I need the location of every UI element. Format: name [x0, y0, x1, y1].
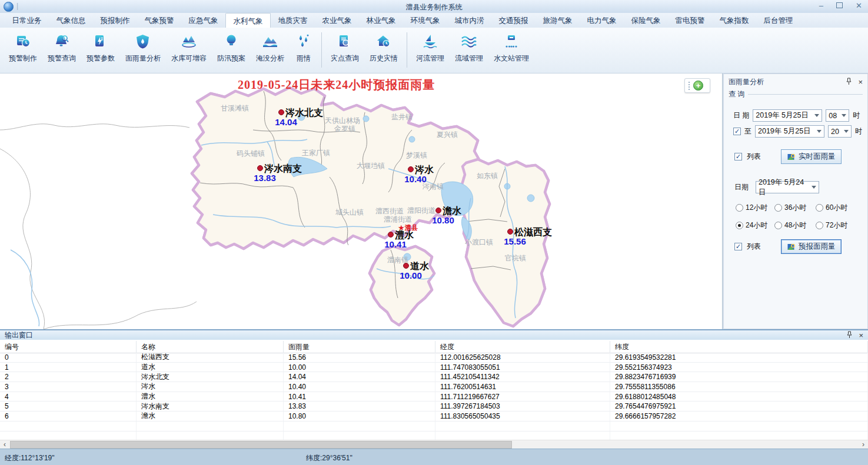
menu-tab-11[interactable]: 城市内涝 — [447, 13, 491, 28]
toolbar-button-history[interactable]: 历史灾情 — [364, 32, 403, 65]
table-row[interactable]: 4澧水10.41111.71121966762729.6188012485048 — [0, 392, 868, 402]
panel-title: 面雨量分析 — [729, 77, 764, 87]
toolbar-button-bell-search[interactable]: 预警查询 — [42, 32, 81, 65]
menu-tab-5[interactable]: 应急气象 — [181, 13, 225, 28]
table-row[interactable]: 1道水10.00111.74708305505129.552156374923 — [0, 363, 868, 373]
horizontal-scrollbar[interactable]: ‹ › — [0, 440, 868, 449]
column-header[interactable]: 名称 — [137, 341, 284, 353]
scroll-right-icon[interactable]: › — [859, 440, 868, 449]
toolbar-grip-icon[interactable] — [688, 81, 690, 90]
menu-tab-3[interactable]: 预报制作 — [93, 13, 137, 28]
menu-tab-13[interactable]: 旅游气象 — [536, 13, 580, 28]
column-header[interactable]: 经度 — [435, 341, 610, 353]
menu-tab-4[interactable]: 气象预警 — [137, 13, 181, 28]
menu-tab-16[interactable]: 雷电预警 — [668, 13, 712, 28]
radio-icon[interactable] — [816, 222, 823, 229]
station-marker[interactable] — [279, 110, 284, 115]
menu-tab-18[interactable]: 后台管理 — [756, 13, 800, 28]
column-header[interactable]: 编号 — [0, 341, 137, 353]
map-chart-icon — [787, 153, 796, 161]
station-marker[interactable] — [508, 229, 513, 235]
table-row[interactable]: 2涔水北支14.04111.45210541134229.88234767169… — [0, 372, 868, 382]
minimize-button[interactable]: – — [819, 1, 823, 11]
duration-radio-60小时[interactable]: 60小时 — [816, 203, 857, 213]
duration-radio-12小时[interactable]: 12小时 — [736, 203, 774, 213]
table-cell: 0 — [0, 353, 137, 362]
menu-tab-14[interactable]: 电力气象 — [580, 13, 624, 28]
duration-radio-72小时[interactable]: 72小时 — [816, 220, 857, 230]
station-marker[interactable] — [388, 232, 394, 237]
restore-button[interactable] — [836, 1, 843, 11]
toolbar-button-reservoir[interactable]: 水库可增容 — [166, 32, 212, 65]
column-header[interactable]: 纬度 — [610, 341, 868, 353]
menu-tab-10[interactable]: 环境气象 — [403, 13, 447, 28]
toolbar-button-flood[interactable]: 淹没分析 — [251, 32, 290, 65]
duration-radio-36小时[interactable]: 36小时 — [774, 203, 816, 213]
toolbar-button-bulb[interactable]: 防汛预案 — [212, 32, 251, 65]
panel-close-icon[interactable]: × — [858, 78, 863, 86]
table-row[interactable]: 0松滋西支15.56112.00162562502829.61935495322… — [0, 353, 868, 363]
pin-icon[interactable] — [846, 331, 853, 340]
forecast-list-checkbox[interactable] — [734, 243, 742, 250]
station-name-label: 澧水 — [394, 230, 414, 240]
radio-icon[interactable] — [816, 204, 823, 212]
realtime-rain-button[interactable]: 实时面雨量 — [781, 149, 842, 164]
station-marker[interactable] — [408, 167, 414, 172]
toolbar-button-area-rain[interactable]: 面雨量分析 — [120, 32, 166, 65]
status-latitude: 纬度:29°36'51" — [306, 453, 352, 463]
hour-from-select[interactable]: 08 — [826, 109, 849, 122]
map-area[interactable]: 甘溪滩镇盐井镇天供山林场金罗镇王家厂镇码头铺镇大堰垱镇夏兴镇梦溪镇涔南镇如东镇城… — [0, 73, 723, 329]
date-to-select[interactable]: 2019年 5月25日 — [755, 125, 824, 138]
date-from-select[interactable]: 2019年 5月25日 — [753, 109, 822, 122]
menu-tab-9[interactable]: 林业气象 — [359, 13, 403, 28]
station-marker[interactable] — [436, 208, 441, 213]
radio-icon[interactable] — [774, 222, 782, 229]
scroll-left-icon[interactable]: ‹ — [0, 440, 9, 449]
hour-to-select[interactable]: 20 — [828, 125, 852, 138]
menu-tab-7[interactable]: 地质灾害 — [271, 13, 315, 28]
radio-icon[interactable] — [736, 222, 743, 229]
output-close-icon[interactable]: × — [859, 332, 863, 339]
list-checkbox[interactable] — [734, 153, 742, 160]
radio-icon[interactable] — [774, 204, 782, 212]
toolbar-button-river[interactable]: 河流管理 — [411, 32, 450, 65]
duration-radio-48小时[interactable]: 48小时 — [774, 220, 816, 230]
toolbar-button-rain[interactable]: 雨情 — [290, 32, 318, 65]
scrollbar-thumb[interactable] — [10, 441, 512, 449]
toolbar-button-doc-search[interactable]: 灾点查询 — [325, 32, 364, 65]
zoom-add-icon[interactable]: + — [693, 81, 703, 91]
radio-icon[interactable] — [736, 204, 743, 212]
station-marker[interactable] — [258, 166, 263, 171]
toolbar-button-basin[interactable]: 流域管理 — [450, 32, 488, 65]
table-cell: 111.830565050435 — [435, 412, 610, 421]
toolbar-button-doc-bolt[interactable]: 预警参数 — [81, 32, 120, 65]
menu-tab-17[interactable]: 气象指数 — [712, 13, 756, 28]
forecast-date-select[interactable]: 2019年 5月24日 — [756, 181, 819, 193]
duration-radio-24小时[interactable]: 24小时 — [736, 220, 774, 230]
town-label: 澧阳街道 — [407, 206, 435, 215]
to-checkbox[interactable] — [733, 128, 741, 135]
menu-tab-8[interactable]: 农业气象 — [315, 13, 359, 28]
menu-tab-12[interactable]: 交通预报 — [491, 13, 536, 28]
table-row[interactable]: 5涔水南支13.83111.39726718450329.76544769759… — [0, 402, 868, 412]
column-header[interactable]: 面雨量 — [284, 341, 435, 353]
table-cell: 111.76200514631 — [435, 382, 610, 392]
pin-icon[interactable] — [846, 78, 852, 86]
town-label: 小渡口镇 — [465, 238, 493, 246]
forecast-rain-button[interactable]: 预报面雨量 — [781, 239, 842, 254]
table-row[interactable]: 3涔水10.40111.7620051463129.7555811355086 — [0, 382, 868, 392]
menu-tab-6[interactable]: 水利气象 — [225, 13, 271, 28]
close-button[interactable]: ✕ — [856, 1, 862, 11]
menu-tab-1[interactable]: 日常业务 — [5, 13, 49, 28]
date-from-label: 日 期 — [733, 111, 749, 121]
toolbar-button-hydro[interactable]: 水文站管理 — [488, 32, 534, 65]
table-cell: 10.80 — [284, 412, 435, 421]
menu-tab-15[interactable]: 保险气象 — [624, 13, 668, 28]
rain-analysis-panel: 面雨量分析 × 查 询 日 期 2019年 5月25日 08 时 至 2019年… — [723, 73, 868, 329]
toolbar-button-label: 预警查询 — [48, 53, 76, 63]
county-shapes — [192, 88, 550, 326]
menu-tab-2[interactable]: 气象信息 — [49, 13, 93, 28]
table-row[interactable]: 6澹水10.80111.83056505043529.6666157957282 — [0, 412, 868, 421]
station-marker[interactable] — [404, 263, 409, 269]
toolbar-button-warning-doc[interactable]: 预警制作 — [4, 32, 42, 65]
